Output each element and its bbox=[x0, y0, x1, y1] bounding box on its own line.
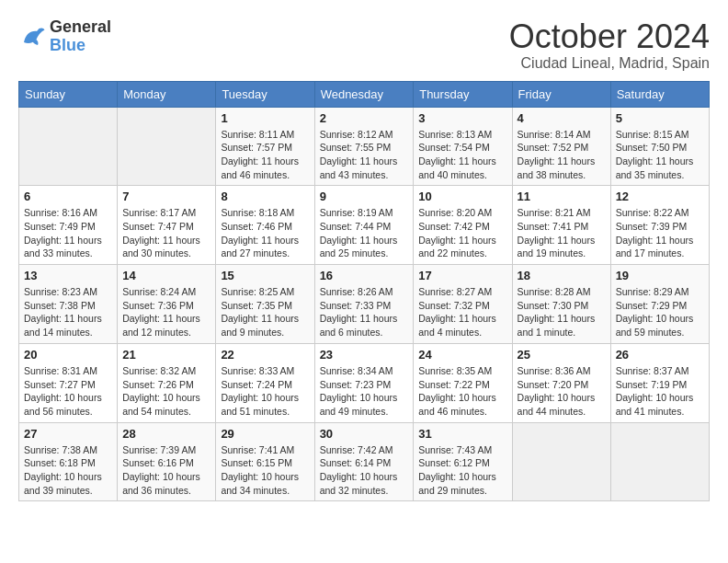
calendar-day: 23Sunrise: 8:34 AMSunset: 7:23 PMDayligh… bbox=[314, 343, 414, 422]
calendar-day: 27Sunrise: 7:38 AMSunset: 6:18 PMDayligh… bbox=[19, 422, 118, 501]
day-number: 24 bbox=[418, 348, 506, 362]
day-number: 26 bbox=[616, 348, 704, 362]
day-number: 10 bbox=[418, 190, 506, 203]
day-info: Sunrise: 8:22 AMSunset: 7:39 PMDaylight:… bbox=[616, 206, 704, 260]
day-info: Sunrise: 7:43 AMSunset: 6:12 PMDaylight:… bbox=[418, 443, 506, 498]
day-number: 5 bbox=[616, 111, 704, 125]
day-info: Sunrise: 8:27 AMSunset: 7:32 PMDaylight:… bbox=[418, 285, 506, 339]
calendar-day bbox=[610, 422, 709, 501]
day-number: 19 bbox=[616, 269, 704, 282]
day-info: Sunrise: 8:28 AMSunset: 7:30 PMDaylight:… bbox=[518, 285, 606, 339]
logo-icon bbox=[18, 23, 46, 51]
calendar-day: 18Sunrise: 8:28 AMSunset: 7:30 PMDayligh… bbox=[512, 265, 610, 344]
calendar-day: 17Sunrise: 8:27 AMSunset: 7:32 PMDayligh… bbox=[414, 265, 512, 344]
day-info: Sunrise: 8:29 AMSunset: 7:29 PMDaylight:… bbox=[616, 285, 704, 339]
calendar-day: 11Sunrise: 8:21 AMSunset: 7:41 PMDayligh… bbox=[512, 186, 610, 265]
col-header-wednesday: Wednesday bbox=[314, 81, 414, 107]
calendar-day: 3Sunrise: 8:13 AMSunset: 7:54 PMDaylight… bbox=[414, 107, 512, 186]
calendar-day bbox=[118, 107, 216, 186]
calendar-table: SundayMondayTuesdayWednesdayThursdayFrid… bbox=[18, 81, 710, 502]
day-number: 14 bbox=[122, 269, 210, 282]
calendar-week-1: 1Sunrise: 8:11 AMSunset: 7:57 PMDaylight… bbox=[19, 107, 710, 186]
day-info: Sunrise: 8:33 AMSunset: 7:24 PMDaylight:… bbox=[221, 364, 309, 419]
day-number: 4 bbox=[518, 111, 606, 125]
col-header-thursday: Thursday bbox=[414, 81, 512, 107]
day-info: Sunrise: 8:25 AMSunset: 7:35 PMDaylight:… bbox=[221, 285, 309, 339]
calendar-day: 2Sunrise: 8:12 AMSunset: 7:55 PMDaylight… bbox=[314, 107, 414, 186]
calendar-header-row: SundayMondayTuesdayWednesdayThursdayFrid… bbox=[19, 81, 710, 107]
calendar-day bbox=[512, 422, 610, 501]
calendar-day bbox=[19, 107, 118, 186]
day-info: Sunrise: 8:20 AMSunset: 7:42 PMDaylight:… bbox=[418, 206, 506, 260]
day-info: Sunrise: 7:42 AMSunset: 6:14 PMDaylight:… bbox=[320, 443, 409, 498]
calendar-day: 19Sunrise: 8:29 AMSunset: 7:29 PMDayligh… bbox=[610, 265, 709, 344]
calendar-day: 13Sunrise: 8:23 AMSunset: 7:38 PMDayligh… bbox=[19, 265, 118, 344]
calendar-week-2: 6Sunrise: 8:16 AMSunset: 7:49 PMDaylight… bbox=[19, 186, 710, 265]
col-header-sunday: Sunday bbox=[19, 81, 118, 107]
calendar-day: 1Sunrise: 8:11 AMSunset: 7:57 PMDaylight… bbox=[216, 107, 314, 186]
col-header-monday: Monday bbox=[118, 81, 216, 107]
calendar-day: 14Sunrise: 8:24 AMSunset: 7:36 PMDayligh… bbox=[118, 265, 216, 344]
day-number: 21 bbox=[122, 348, 210, 362]
day-info: Sunrise: 8:18 AMSunset: 7:46 PMDaylight:… bbox=[221, 206, 309, 260]
day-number: 29 bbox=[221, 427, 309, 441]
day-info: Sunrise: 8:17 AMSunset: 7:47 PMDaylight:… bbox=[122, 206, 210, 260]
day-number: 1 bbox=[221, 111, 309, 125]
day-number: 27 bbox=[24, 427, 112, 441]
day-number: 8 bbox=[221, 190, 309, 203]
day-info: Sunrise: 8:34 AMSunset: 7:23 PMDaylight:… bbox=[320, 364, 409, 419]
day-info: Sunrise: 8:12 AMSunset: 7:55 PMDaylight:… bbox=[320, 128, 409, 182]
calendar-day: 10Sunrise: 8:20 AMSunset: 7:42 PMDayligh… bbox=[414, 186, 512, 265]
calendar-day: 24Sunrise: 8:35 AMSunset: 7:22 PMDayligh… bbox=[414, 343, 512, 422]
calendar-day: 25Sunrise: 8:36 AMSunset: 7:20 PMDayligh… bbox=[512, 343, 610, 422]
calendar-week-3: 13Sunrise: 8:23 AMSunset: 7:38 PMDayligh… bbox=[19, 265, 710, 344]
day-number: 16 bbox=[320, 269, 409, 282]
calendar-day: 20Sunrise: 8:31 AMSunset: 7:27 PMDayligh… bbox=[19, 343, 118, 422]
day-info: Sunrise: 8:26 AMSunset: 7:33 PMDaylight:… bbox=[320, 285, 409, 339]
day-number: 15 bbox=[221, 269, 309, 282]
calendar-day: 16Sunrise: 8:26 AMSunset: 7:33 PMDayligh… bbox=[314, 265, 414, 344]
calendar-week-4: 20Sunrise: 8:31 AMSunset: 7:27 PMDayligh… bbox=[19, 343, 710, 422]
day-info: Sunrise: 8:14 AMSunset: 7:52 PMDaylight:… bbox=[518, 128, 606, 182]
day-number: 9 bbox=[320, 190, 409, 203]
day-number: 20 bbox=[24, 348, 112, 362]
day-number: 18 bbox=[518, 269, 606, 282]
day-info: Sunrise: 7:38 AMSunset: 6:18 PMDaylight:… bbox=[24, 443, 112, 498]
day-number: 13 bbox=[24, 269, 112, 282]
day-number: 2 bbox=[320, 111, 409, 125]
calendar-day: 8Sunrise: 8:18 AMSunset: 7:46 PMDaylight… bbox=[216, 186, 314, 265]
calendar-day: 31Sunrise: 7:43 AMSunset: 6:12 PMDayligh… bbox=[414, 422, 512, 501]
calendar-day: 6Sunrise: 8:16 AMSunset: 7:49 PMDaylight… bbox=[19, 186, 118, 265]
day-number: 25 bbox=[518, 348, 606, 362]
day-number: 22 bbox=[221, 348, 309, 362]
day-info: Sunrise: 8:35 AMSunset: 7:22 PMDaylight:… bbox=[418, 364, 506, 419]
location: Ciudad Lineal, Madrid, Spain bbox=[509, 55, 710, 72]
day-info: Sunrise: 8:16 AMSunset: 7:49 PMDaylight:… bbox=[24, 206, 112, 260]
day-info: Sunrise: 8:31 AMSunset: 7:27 PMDaylight:… bbox=[24, 364, 112, 419]
calendar-day: 28Sunrise: 7:39 AMSunset: 6:16 PMDayligh… bbox=[118, 422, 216, 501]
calendar-day: 29Sunrise: 7:41 AMSunset: 6:15 PMDayligh… bbox=[216, 422, 314, 501]
day-info: Sunrise: 8:23 AMSunset: 7:38 PMDaylight:… bbox=[24, 285, 112, 339]
calendar-day: 5Sunrise: 8:15 AMSunset: 7:50 PMDaylight… bbox=[610, 107, 709, 186]
day-info: Sunrise: 8:24 AMSunset: 7:36 PMDaylight:… bbox=[122, 285, 210, 339]
day-info: Sunrise: 8:37 AMSunset: 7:19 PMDaylight:… bbox=[616, 364, 704, 419]
logo: General Blue bbox=[18, 18, 111, 55]
calendar-day: 26Sunrise: 8:37 AMSunset: 7:19 PMDayligh… bbox=[610, 343, 709, 422]
title-block: October 2024 Ciudad Lineal, Madrid, Spai… bbox=[509, 18, 710, 72]
calendar-day: 4Sunrise: 8:14 AMSunset: 7:52 PMDaylight… bbox=[512, 107, 610, 186]
day-info: Sunrise: 8:11 AMSunset: 7:57 PMDaylight:… bbox=[221, 128, 309, 182]
day-info: Sunrise: 8:19 AMSunset: 7:44 PMDaylight:… bbox=[320, 206, 409, 260]
day-number: 30 bbox=[320, 427, 409, 441]
day-number: 12 bbox=[616, 190, 704, 203]
calendar-day: 15Sunrise: 8:25 AMSunset: 7:35 PMDayligh… bbox=[216, 265, 314, 344]
calendar-week-5: 27Sunrise: 7:38 AMSunset: 6:18 PMDayligh… bbox=[19, 422, 710, 501]
day-info: Sunrise: 7:39 AMSunset: 6:16 PMDaylight:… bbox=[122, 443, 210, 498]
col-header-saturday: Saturday bbox=[610, 81, 709, 107]
month-title: October 2024 bbox=[509, 18, 710, 55]
day-number: 28 bbox=[122, 427, 210, 441]
calendar-day: 12Sunrise: 8:22 AMSunset: 7:39 PMDayligh… bbox=[610, 186, 709, 265]
col-header-tuesday: Tuesday bbox=[216, 81, 314, 107]
calendar-day: 7Sunrise: 8:17 AMSunset: 7:47 PMDaylight… bbox=[118, 186, 216, 265]
calendar-day: 30Sunrise: 7:42 AMSunset: 6:14 PMDayligh… bbox=[314, 422, 414, 501]
day-info: Sunrise: 7:41 AMSunset: 6:15 PMDaylight:… bbox=[221, 443, 309, 498]
